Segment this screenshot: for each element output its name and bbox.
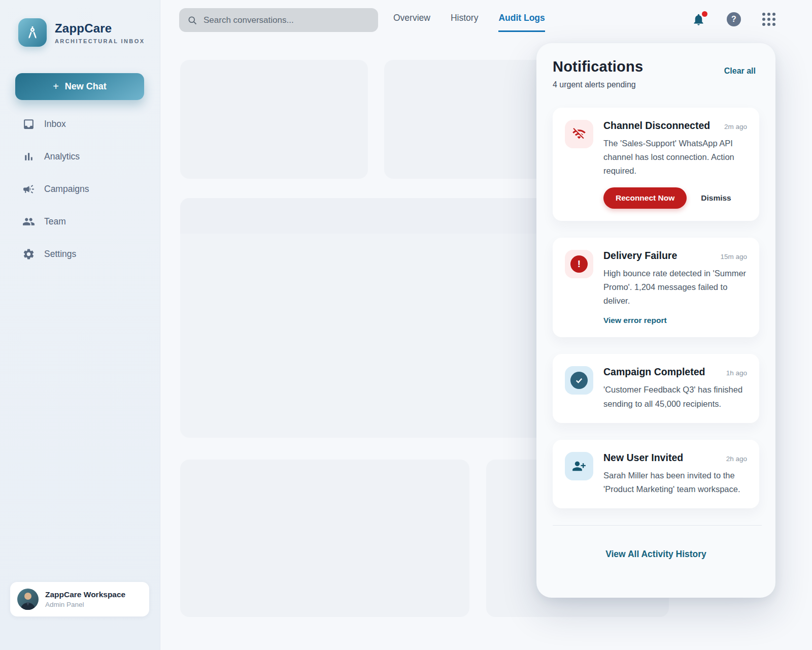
drafting-compass-icon	[24, 24, 41, 41]
notifications-subtitle: 4 urgent alerts pending	[553, 80, 759, 89]
skeleton-card	[180, 460, 469, 617]
card-timestamp: 1h ago	[726, 369, 747, 377]
sidebar-item-label: Settings	[44, 249, 76, 259]
plus-icon: +	[53, 81, 59, 92]
tab-bar: Overview History Audit Logs	[393, 13, 545, 32]
workspace-role: Admin Panel	[45, 601, 125, 608]
apps-grid-button[interactable]	[762, 13, 775, 26]
card-body: High bounce rate detected in 'Summer Pro…	[603, 267, 747, 308]
card-body: Sarah Miller has been invited to the 'Pr…	[603, 469, 747, 496]
people-icon	[22, 215, 35, 228]
notifications-bell-button[interactable]	[692, 13, 705, 26]
brand-tagline: ARCHITECTURAL INBOX	[55, 38, 145, 44]
tab-audit-logs[interactable]: Audit Logs	[498, 13, 545, 32]
sidebar-item-label: Inbox	[44, 119, 66, 129]
card-timestamp: 2h ago	[726, 455, 747, 463]
megaphone-icon	[22, 183, 35, 196]
notifications-panel: Notifications 4 urgent alerts pending Cl…	[536, 43, 775, 598]
card-title: Channel Disconnected	[603, 120, 710, 132]
notification-card-delivery-failure[interactable]: ! Delivery Failure 15m ago High bounce r…	[553, 238, 759, 338]
divider	[553, 525, 762, 526]
person-add-icon	[565, 452, 593, 480]
tab-history[interactable]: History	[451, 13, 478, 32]
sidebar-item-label: Team	[44, 216, 66, 227]
card-body: The 'Sales-Support' WhatsApp API channel…	[603, 137, 747, 178]
alert-circle-icon: !	[565, 250, 593, 278]
sidebar-item-label: Campaigns	[44, 184, 89, 194]
check-circle-icon	[565, 366, 593, 395]
inbox-icon	[22, 118, 35, 131]
card-title: Delivery Failure	[603, 250, 677, 262]
workspace-card[interactable]: ZappCare Workspace Admin Panel	[10, 582, 149, 616]
new-chat-label: New Chat	[65, 81, 107, 92]
workspace-name: ZappCare Workspace	[45, 590, 125, 599]
notification-badge-dot	[702, 11, 707, 17]
card-title: New User Invited	[603, 452, 683, 464]
new-chat-button[interactable]: + New Chat	[15, 73, 144, 100]
sidebar-item-label: Analytics	[44, 151, 80, 162]
notification-card-channel-disconnected[interactable]: Channel Disconnected 2m ago The 'Sales-S…	[553, 108, 759, 221]
gear-icon	[22, 248, 35, 261]
sidebar: ZappCare ARCHITECTURAL INBOX + New Chat …	[0, 0, 160, 650]
help-button[interactable]: ?	[727, 12, 741, 26]
sidebar-item-analytics[interactable]: Analytics	[0, 140, 160, 173]
search-input[interactable]	[204, 15, 370, 25]
view-all-activity-history-link[interactable]: View All Activity History	[605, 549, 706, 559]
search-icon	[187, 15, 197, 25]
question-mark-icon: ?	[731, 15, 736, 24]
brand: ZappCare ARCHITECTURAL INBOX	[18, 18, 145, 47]
reconnect-now-button[interactable]: Reconnect Now	[603, 187, 687, 209]
clear-all-link[interactable]: Clear all	[724, 67, 756, 76]
bar-chart-icon	[22, 150, 35, 163]
tab-overview[interactable]: Overview	[393, 13, 430, 32]
avatar	[17, 589, 39, 610]
sidebar-item-team[interactable]: Team	[0, 205, 160, 238]
dismiss-button[interactable]: Dismiss	[701, 193, 731, 203]
view-error-report-link[interactable]: View error report	[603, 316, 667, 325]
brand-title: ZappCare	[55, 21, 145, 36]
brand-logo	[18, 18, 47, 47]
notification-card-new-user-invited[interactable]: New User Invited 2h ago Sarah Miller has…	[553, 440, 759, 508]
sidebar-item-inbox[interactable]: Inbox	[0, 108, 160, 140]
search-bar[interactable]	[179, 8, 378, 32]
skeleton-card	[180, 60, 368, 179]
notification-card-campaign-completed[interactable]: Campaign Completed 1h ago 'Customer Feed…	[553, 354, 759, 422]
sidebar-nav: Inbox Analytics Campaigns Team Settings	[0, 108, 160, 270]
top-icons: ?	[692, 12, 775, 26]
wifi-off-icon	[565, 120, 593, 148]
card-title: Campaign Completed	[603, 366, 705, 378]
card-body: 'Customer Feedback Q3' has finished send…	[603, 383, 747, 410]
card-timestamp: 15m ago	[720, 253, 747, 261]
sidebar-item-settings[interactable]: Settings	[0, 238, 160, 270]
card-timestamp: 2m ago	[724, 123, 747, 131]
sidebar-item-campaigns[interactable]: Campaigns	[0, 173, 160, 205]
